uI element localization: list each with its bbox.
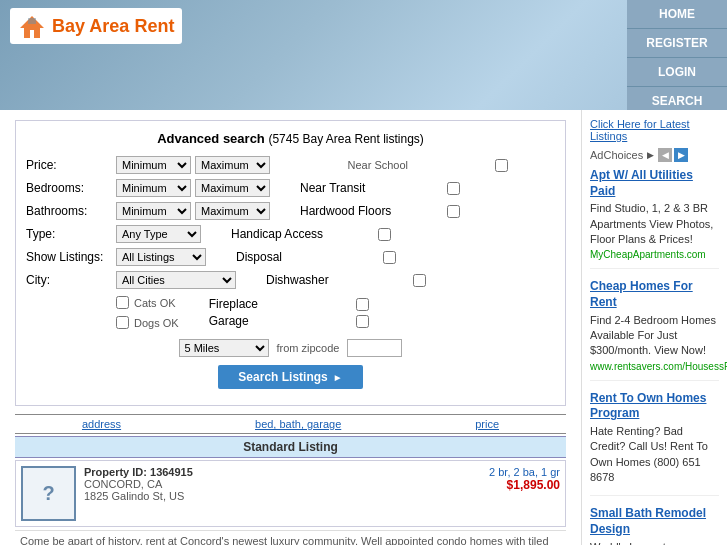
bathrooms-label: Bathrooms:	[26, 204, 116, 218]
main-container: Advanced search (5745 Bay Area Rent list…	[0, 110, 727, 545]
nav-login[interactable]: LOGIN	[627, 58, 727, 87]
ad-text-1: Find Studio, 1, 2 & 3 BR Apartments View…	[590, 201, 719, 247]
address-col[interactable]: address	[82, 418, 121, 430]
bath-max-select[interactable]: Maximum	[195, 202, 270, 220]
dishwasher-label: Dishwasher	[266, 273, 329, 287]
price-col[interactable]: price	[475, 418, 499, 430]
property-info-right: 2 br, 2 ba, 1 gr $1,895.00	[489, 466, 560, 502]
content-area: Advanced search (5745 Bay Area Rent list…	[0, 110, 582, 545]
property-id: Property ID: 1364915	[84, 466, 193, 478]
property-row: ? Property ID: 1364915 CONCORD, CA 1825 …	[15, 460, 566, 527]
ad-block-3: Rent To Own Homes Program Hate Renting? …	[590, 391, 719, 497]
ad-title-3[interactable]: Rent To Own Homes Program	[590, 391, 719, 422]
type-label: Type:	[26, 227, 116, 241]
property-info-left: Property ID: 1364915 CONCORD, CA 1825 Ga…	[84, 466, 193, 502]
ad-url-2: www.rentsavers.com/HousessFo...	[590, 361, 719, 372]
ad-title-1[interactable]: Apt W/ All Utilities Paid	[590, 168, 719, 199]
property-right: Property ID: 1364915 CONCORD, CA 1825 Ga…	[84, 466, 560, 502]
price-max-select[interactable]: Maximum	[195, 156, 270, 174]
hardwood-checkbox[interactable]	[447, 205, 460, 218]
ad-choices-label: AdChoices	[590, 149, 643, 161]
ad-block-1: Apt W/ All Utilities Paid Find Studio, 1…	[590, 168, 719, 269]
bath-min-select[interactable]: Minimum	[116, 202, 191, 220]
disposal-checkbox[interactable]	[383, 251, 396, 264]
miles-select[interactable]: 5 Miles	[179, 339, 269, 357]
zipcode-input[interactable]	[347, 339, 402, 357]
ad-block-2: Cheap Homes For Rent Find 2-4 Bedroom Ho…	[590, 279, 719, 380]
handicap-checkbox[interactable]	[378, 228, 391, 241]
cats-checkbox[interactable]	[116, 296, 129, 309]
dogs-label: Dogs OK	[134, 317, 179, 329]
property-location: CONCORD, CA	[84, 478, 193, 490]
ad-next-btn[interactable]: ▶	[674, 148, 688, 162]
logo-area: Bay Area Rent	[10, 8, 182, 44]
bed-max-select[interactable]: Maximum	[195, 179, 270, 197]
ad-text-3: Hate Renting? Bad Credit? Call Us! Rent …	[590, 424, 719, 486]
sidebar: Click Here for Latest Listings AdChoices…	[582, 110, 727, 545]
fireplace-label: Fireplace	[209, 297, 258, 311]
price-min-select[interactable]: Minimum	[116, 156, 191, 174]
disposal-label: Disposal	[236, 250, 282, 264]
nav-home[interactable]: HOME	[627, 0, 727, 29]
ad-prev-btn[interactable]: ◀	[658, 148, 672, 162]
home-icon	[18, 12, 46, 40]
header: Bay Area Rent HOME REGISTER LOGIN SEARCH…	[0, 0, 727, 110]
property-address: 1825 Galindo St, US	[84, 490, 193, 502]
city-select[interactable]: All Cities	[116, 271, 236, 289]
search-arrow-icon: ►	[333, 372, 343, 383]
handicap-label: Handicap Access	[231, 227, 323, 241]
ad-choices-icon: ▶	[647, 150, 654, 160]
ad-block-4: Small Bath Remodel Design World's Larges…	[590, 506, 719, 545]
latest-listings-link[interactable]: Click Here for Latest Listings	[590, 118, 719, 142]
ad-text-2: Find 2-4 Bedroom Homes Available For Jus…	[590, 313, 719, 359]
search-title: Advanced search (5745 Bay Area Rent list…	[26, 131, 555, 146]
type-select[interactable]: Any Type	[116, 225, 201, 243]
ad-url-1: MyCheapApartments.com	[590, 249, 719, 260]
property-description: Come be apart of history, rent at Concor…	[15, 530, 566, 545]
from-zipcode-label: from zipcode	[277, 342, 340, 354]
nav-menu: HOME REGISTER LOGIN SEARCH CONTACT	[627, 0, 727, 110]
garage-checkbox[interactable]	[356, 315, 369, 328]
ad-nav: ◀ ▶	[658, 148, 688, 162]
hardwood-label: Hardwood Floors	[300, 204, 391, 218]
site-title: Bay Area Rent	[52, 16, 174, 37]
search-button[interactable]: Search Listings ►	[218, 365, 362, 389]
std-listing-title: Standard Listing	[15, 436, 566, 458]
garage-label: Garage	[209, 314, 249, 328]
svg-rect-1	[28, 18, 36, 24]
city-label: City:	[26, 273, 116, 287]
price-label: Price:	[26, 158, 116, 172]
nav-search[interactable]: SEARCH	[627, 87, 727, 110]
dogs-checkbox[interactable]	[116, 316, 129, 329]
listings-header: address bed, bath, garage price	[15, 414, 566, 434]
details-col[interactable]: bed, bath, garage	[255, 418, 341, 430]
search-btn-row: Search Listings ►	[26, 365, 555, 389]
property-image: ?	[21, 466, 76, 521]
near-school-checkbox[interactable]	[495, 159, 508, 172]
near-transit-label: Near Transit	[300, 181, 365, 195]
near-transit-checkbox[interactable]	[447, 182, 460, 195]
distance-row: 5 Miles from zipcode	[26, 339, 555, 357]
question-mark-icon: ?	[42, 482, 54, 505]
ad-choices-bar: AdChoices ▶ ◀ ▶	[590, 148, 719, 162]
fireplace-checkbox[interactable]	[356, 298, 369, 311]
ad-text-4: World's Largest Bathroom...	[590, 540, 719, 545]
dishwasher-checkbox[interactable]	[413, 274, 426, 287]
near-school-label: Near School	[348, 159, 409, 171]
show-listings-label: Show Listings:	[26, 250, 116, 264]
property-detail-row: Property ID: 1364915 CONCORD, CA 1825 Ga…	[84, 466, 560, 502]
property-price: $1,895.00	[489, 478, 560, 492]
bed-min-select[interactable]: Minimum	[116, 179, 191, 197]
cats-label: Cats OK	[134, 297, 176, 309]
search-form: Advanced search (5745 Bay Area Rent list…	[15, 120, 566, 406]
nav-register[interactable]: REGISTER	[627, 29, 727, 58]
bedrooms-label: Bedrooms:	[26, 181, 116, 195]
listings-select[interactable]: All Listings	[116, 248, 206, 266]
property-details: 2 br, 2 ba, 1 gr	[489, 466, 560, 478]
ad-title-2[interactable]: Cheap Homes For Rent	[590, 279, 719, 310]
ad-title-4[interactable]: Small Bath Remodel Design	[590, 506, 719, 537]
